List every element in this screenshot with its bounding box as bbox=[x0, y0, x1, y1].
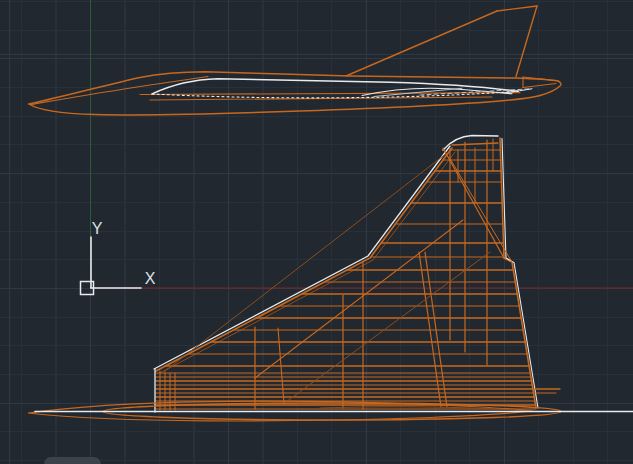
bottom-ui-fragment[interactable] bbox=[44, 457, 101, 464]
aircraft-fin-leading-edge[interactable] bbox=[346, 11, 497, 76]
aircraft-fin-trailing-edge[interactable] bbox=[516, 6, 537, 77]
entities-layer bbox=[28, 0, 633, 421]
aircraft-shoulder-line[interactable] bbox=[31, 77, 208, 105]
ucs-y-label: Y bbox=[92, 220, 103, 237]
fin-leading-edge-inner[interactable] bbox=[160, 152, 455, 373]
fin-diagonal[interactable] bbox=[165, 153, 447, 371]
cad-viewport[interactable]: Y X bbox=[0, 0, 633, 464]
drawing-canvas[interactable]: Y X bbox=[0, 0, 633, 464]
fin-tip-rib[interactable] bbox=[452, 143, 498, 145]
ucs-icon[interactable]: Y X bbox=[92, 220, 156, 287]
aircraft-nozzle-bottom[interactable] bbox=[523, 84, 556, 88]
aircraft-fin-top[interactable] bbox=[497, 6, 537, 11]
aircraft-lower-chord[interactable] bbox=[150, 97, 492, 100]
fin-leading-edge[interactable] bbox=[156, 148, 452, 371]
fin-trailing-edge[interactable] bbox=[500, 138, 536, 408]
aircraft-tail-cap[interactable] bbox=[540, 81, 561, 96]
fin-trailing-edge-white[interactable] bbox=[502, 139, 538, 409]
canopy-airfoil-top[interactable] bbox=[152, 79, 518, 94]
ucs-x-label: X bbox=[145, 270, 156, 287]
fin-diagonal[interactable] bbox=[286, 252, 490, 402]
